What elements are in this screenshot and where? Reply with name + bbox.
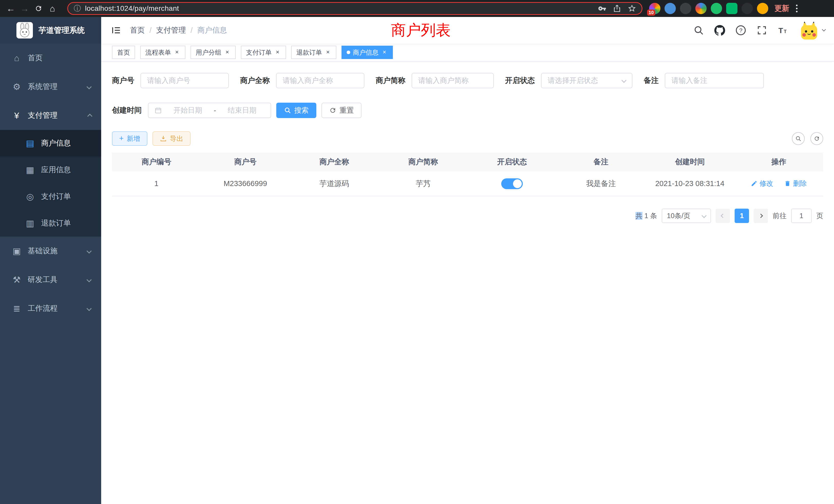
extension-icon[interactable]: 10: [649, 3, 660, 14]
tab-pay-order[interactable]: 支付订单: [241, 46, 286, 59]
reload-icon[interactable]: [32, 2, 45, 15]
help-icon[interactable]: ?: [734, 24, 747, 37]
refresh-button[interactable]: [810, 132, 823, 145]
page-size-select[interactable]: 10条/页: [662, 209, 711, 223]
user-menu[interactable]: [800, 21, 825, 40]
sidebar-item-home[interactable]: ⌂ 首页: [0, 44, 101, 72]
close-icon[interactable]: [325, 49, 331, 56]
search-icon[interactable]: [693, 24, 705, 37]
share-icon[interactable]: [613, 4, 621, 13]
prev-page-button[interactable]: [716, 209, 730, 223]
reset-button[interactable]: 重置: [322, 102, 361, 118]
page-number-1[interactable]: 1: [734, 209, 749, 223]
svg-text:T: T: [778, 26, 783, 35]
app-frame: 芋道管理系统 ⌂ 首页 ⚙ 系统管理 ¥ 支付管理 ▤ 商户信息: [0, 17, 834, 504]
extension-icon[interactable]: [757, 3, 768, 14]
sidebar-item-pay-order[interactable]: ◎ 支付订单: [0, 183, 101, 210]
close-icon[interactable]: [224, 49, 231, 56]
tab-process-form[interactable]: 流程表单: [140, 46, 185, 59]
column-header: 操作: [734, 153, 823, 171]
download-icon: [160, 135, 167, 142]
toggle-search-button[interactable]: [792, 132, 805, 145]
chevron-up-icon: [87, 111, 91, 120]
extension-icon[interactable]: [695, 3, 707, 14]
browser-menu-icon[interactable]: [794, 3, 799, 14]
filter-label: 创建时间: [112, 105, 142, 115]
close-icon[interactable]: [174, 49, 180, 56]
password-key-icon[interactable]: [598, 4, 606, 13]
svg-text:T: T: [784, 29, 787, 34]
status-switch[interactable]: [501, 178, 523, 189]
start-date-placeholder: 开始日期: [166, 106, 210, 115]
extension-icon[interactable]: [711, 3, 722, 14]
annotation-title: 商户列表: [391, 20, 451, 40]
remark-input[interactable]: [665, 73, 764, 88]
edit-link[interactable]: 修改: [751, 179, 773, 188]
tab-label: 首页: [117, 48, 130, 57]
sidebar-item-label: 工作流程: [28, 303, 58, 314]
end-date-placeholder: 结束日期: [220, 106, 264, 115]
delete-link-label: 删除: [793, 179, 807, 188]
close-icon[interactable]: [381, 49, 388, 56]
sidebar-item-system[interactable]: ⚙ 系统管理: [0, 72, 101, 101]
close-icon[interactable]: [274, 49, 281, 56]
status-select[interactable]: 请选择开启状态: [541, 73, 632, 88]
add-button[interactable]: 新增: [112, 131, 147, 146]
extension-icon[interactable]: [726, 3, 738, 14]
back-icon[interactable]: ←: [5, 2, 17, 15]
export-button[interactable]: 导出: [153, 131, 191, 146]
page-content: 商户号 商户全称 商户简称 开启状态 请选择开启状态: [101, 62, 834, 504]
tags-view-bar: 首页 流程表单 用户分组 支付订单 退款订单 商户信息: [101, 44, 834, 62]
site-info-icon[interactable]: ⓘ: [74, 4, 81, 13]
chrome-update-button[interactable]: 更新: [774, 3, 789, 14]
extension-icon[interactable]: [742, 3, 753, 14]
sidebar-item-label: 研发工具: [28, 275, 58, 285]
address-bar[interactable]: ⓘ localhost:1024/pay/merchant: [67, 2, 642, 15]
breadcrumb-payment[interactable]: 支付管理: [156, 25, 186, 36]
bookmark-star-icon[interactable]: [628, 4, 636, 13]
sidebar-item-payment[interactable]: ¥ 支付管理: [0, 101, 101, 130]
breadcrumb-home[interactable]: 首页: [130, 25, 145, 36]
grid-icon: ▦: [24, 165, 37, 175]
sidebar-item-workflow[interactable]: ≣ 工作流程: [0, 294, 101, 323]
sidebar: 芋道管理系统 ⌂ 首页 ⚙ 系统管理 ¥ 支付管理 ▤ 商户信息: [0, 17, 101, 504]
tab-user-group[interactable]: 用户分组: [191, 46, 236, 59]
sidebar-item-app-info[interactable]: ▦ 应用信息: [0, 157, 101, 183]
extension-icon[interactable]: [680, 3, 691, 14]
url-text[interactable]: localhost:1024/pay/merchant: [85, 4, 179, 13]
filter-status: 开启状态 请选择开启状态: [505, 73, 632, 88]
tab-refund-order[interactable]: 退款订单: [291, 46, 336, 59]
reset-button-label: 重置: [339, 106, 354, 115]
delete-link[interactable]: 删除: [784, 179, 807, 188]
github-icon[interactable]: [714, 24, 726, 37]
next-page-button[interactable]: [754, 209, 768, 223]
search-icon: [795, 136, 802, 142]
full-name-input[interactable]: [276, 73, 364, 88]
app-logo[interactable]: 芋道管理系统: [0, 17, 101, 44]
sidebar-item-infrastructure[interactable]: ▣ 基础设施: [0, 236, 101, 265]
short-name-input[interactable]: [412, 73, 494, 88]
plus-icon: [119, 135, 124, 143]
pagination: 共 1 条 10条/页 1 前往 页: [112, 209, 823, 223]
goto-page-input[interactable]: [791, 209, 812, 223]
home-icon[interactable]: ⌂: [46, 2, 59, 15]
column-header: 商户全称: [290, 153, 379, 171]
tab-merchant-info[interactable]: 商户信息: [342, 46, 393, 59]
tab-home[interactable]: 首页: [112, 46, 135, 59]
forward-icon[interactable]: →: [19, 2, 31, 15]
fullscreen-icon[interactable]: [756, 24, 768, 37]
merchant-no-input[interactable]: [140, 73, 229, 88]
sidebar-item-merchant-info[interactable]: ▤ 商户信息: [0, 130, 101, 157]
font-size-icon[interactable]: TT: [777, 24, 789, 37]
date-range-picker[interactable]: 开始日期 - 结束日期: [148, 102, 271, 118]
hamburger-icon[interactable]: [110, 24, 122, 37]
tools-icon: ⚒: [10, 275, 23, 285]
user-avatar[interactable]: [800, 21, 818, 40]
search-button[interactable]: 搜索: [276, 102, 316, 118]
sidebar-item-label: 退款订单: [41, 218, 71, 228]
sidebar-item-dev-tools[interactable]: ⚒ 研发工具: [0, 265, 101, 294]
sidebar-item-refund-order[interactable]: ▥ 退款订单: [0, 210, 101, 236]
filter-remark: 备注: [644, 73, 764, 88]
right-toolbar: [792, 132, 823, 145]
extension-icon[interactable]: [664, 3, 676, 14]
